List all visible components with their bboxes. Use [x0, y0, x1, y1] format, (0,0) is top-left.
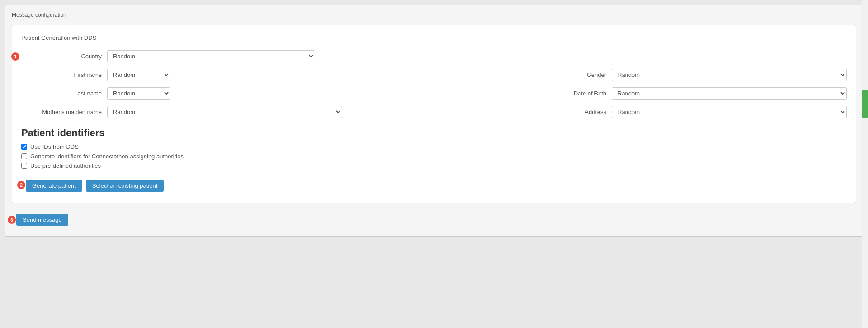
- gender-label: Gender: [562, 71, 612, 78]
- action-row: Generate patient Select an existing pati…: [26, 176, 847, 194]
- first-name-select[interactable]: Random: [107, 69, 170, 81]
- scrollbar[interactable]: [862, 0, 868, 328]
- generate-identifiers-checkbox[interactable]: [21, 153, 27, 159]
- action-row-wrapper: 2 Generate patient Select an existing pa…: [21, 176, 847, 194]
- step3-badge: 3: [8, 216, 16, 224]
- outer-panel: Message configuration Patient Generation…: [5, 5, 863, 237]
- dob-select[interactable]: Random: [612, 87, 847, 100]
- inner-panel-title: Patient Generation with DDS: [21, 34, 847, 41]
- dob-label: Date of Birth: [562, 90, 612, 97]
- use-ids-dds-checkbox[interactable]: [21, 144, 27, 150]
- country-label: Country: [35, 53, 107, 60]
- first-name-col: First name Random: [35, 69, 441, 81]
- use-predefined-label: Use pre-defined authorities: [30, 162, 101, 169]
- gender-col: Gender Random: [441, 69, 847, 81]
- checkbox3-row: Use pre-defined authorities: [21, 162, 847, 169]
- last-name-label: Last name: [35, 90, 107, 97]
- dob-col: Date of Birth Random: [441, 87, 847, 100]
- country-select[interactable]: Random: [107, 50, 315, 62]
- panel-title: Message configuration: [12, 12, 856, 18]
- use-ids-dds-label: Use IDs from DDS: [30, 143, 79, 150]
- scrollbar-thumb[interactable]: [862, 90, 868, 118]
- generate-patient-button[interactable]: Generate patient: [26, 180, 82, 192]
- checkbox2-row: Generate identifiers for Connectathon as…: [21, 153, 847, 160]
- inner-panel: Patient Generation with DDS 1 Country Ra…: [12, 25, 856, 203]
- first-name-label: First name: [35, 71, 107, 78]
- country-row: 1 Country Random: [21, 50, 847, 62]
- select-existing-patient-button[interactable]: Select an existing patient: [86, 180, 164, 192]
- use-predefined-checkbox[interactable]: [21, 163, 27, 169]
- name-gender-row: First name Random Gender Random: [21, 69, 847, 81]
- gender-select[interactable]: Random: [612, 69, 847, 81]
- patient-identifiers-heading: Patient identifiers: [21, 127, 847, 139]
- address-select[interactable]: Random: [612, 106, 847, 118]
- last-name-col: Last name Random: [35, 87, 441, 100]
- lastname-dob-row: Last name Random Date of Birth Random: [21, 87, 847, 100]
- send-section: 3 Send message: [12, 210, 856, 229]
- maiden-name-label: Mother's maiden name: [35, 109, 107, 115]
- address-label: Address: [562, 109, 612, 115]
- generate-identifiers-label: Generate identifiers for Connectathon as…: [30, 153, 184, 160]
- address-col: Address Random: [441, 106, 847, 118]
- maiden-name-select[interactable]: Random: [107, 106, 342, 118]
- step1-badge: 1: [11, 52, 19, 61]
- maiden-address-row: Mother's maiden name Random Address Rand…: [21, 106, 847, 118]
- last-name-select[interactable]: Random: [107, 87, 170, 100]
- step2-badge: 2: [17, 181, 25, 189]
- send-message-button[interactable]: Send message: [16, 214, 68, 226]
- checkbox1-row: Use IDs from DDS: [21, 143, 847, 150]
- maiden-name-col: Mother's maiden name Random: [35, 106, 441, 118]
